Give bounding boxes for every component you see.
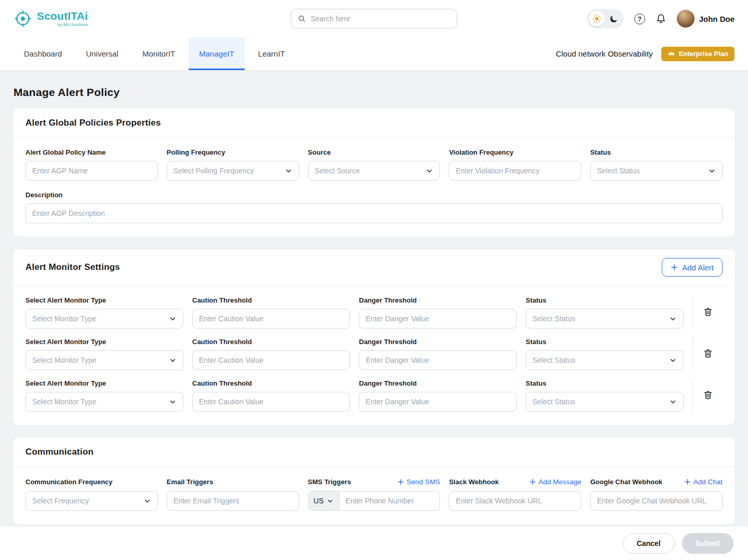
- monitor-type-value: Select Monitor Type: [32, 315, 96, 323]
- source-select[interactable]: Select Source: [308, 161, 440, 181]
- caution-threshold-label: Caution Threshold: [192, 296, 350, 304]
- delete-row-button[interactable]: [703, 307, 713, 319]
- communication-title: Communication: [25, 447, 94, 457]
- row-status-label: Status: [526, 338, 684, 346]
- communication-frequency-select[interactable]: Select Frequency: [25, 491, 158, 511]
- help-icon: ?: [634, 13, 645, 24]
- gchat-webhook-field: Google Chat Webhook Add Chat: [590, 477, 723, 511]
- danger-threshold-input[interactable]: [366, 315, 510, 323]
- status-field: Status Select Status: [590, 148, 723, 181]
- theme-toggle[interactable]: [587, 9, 624, 29]
- policy-name-input[interactable]: [32, 167, 151, 175]
- submit-button[interactable]: Submit: [682, 533, 733, 554]
- monitor-settings-card: Alert Monitor Settings Add Alert Select …: [12, 249, 736, 426]
- violation-frequency-field: Violation Frequency: [449, 148, 581, 181]
- nav-right: Cloud network Observability Enterprise P…: [556, 37, 734, 70]
- row-actions: [692, 338, 723, 370]
- violation-frequency-input[interactable]: [456, 167, 575, 175]
- caution-threshold-control: [192, 392, 350, 412]
- dark-mode-button[interactable]: [606, 11, 622, 26]
- status-label: Status: [590, 148, 723, 156]
- violation-frequency-control: [449, 161, 581, 181]
- monitor-type-field: Select Alert Monitor Type Select Monitor…: [25, 296, 183, 329]
- description-input[interactable]: [32, 209, 716, 217]
- communication-card: Communication Communication Frequency Se…: [12, 437, 736, 525]
- row-status-value: Select Status: [532, 356, 576, 364]
- monitor-type-select[interactable]: Select Monitor Type: [25, 350, 183, 370]
- email-triggers-input[interactable]: [173, 497, 292, 505]
- gchat-webhook-head: Google Chat Webhook Add Chat: [590, 477, 723, 486]
- row-status-select[interactable]: Select Status: [526, 392, 684, 412]
- sms-triggers-head: SMS Triggers Send SMS: [308, 477, 440, 486]
- caution-threshold-control: [192, 350, 350, 370]
- monitor-type-select[interactable]: Select Monitor Type: [25, 309, 183, 329]
- plan-badge-label: Enterprise Plan: [679, 50, 728, 58]
- row-status-value: Select Status: [532, 315, 576, 323]
- communication-frequency-field: Communication Frequency Select Frequency: [25, 477, 158, 511]
- add-alert-label: Add Alert: [682, 263, 714, 272]
- danger-threshold-input[interactable]: [366, 356, 510, 364]
- global-policies-header: Alert Global Policies Properties: [13, 108, 735, 138]
- user-menu[interactable]: John Doe: [677, 10, 734, 28]
- notifications-button[interactable]: [656, 13, 666, 24]
- tab-monitorit[interactable]: MonitorIT: [132, 37, 185, 70]
- polling-frequency-select[interactable]: Select Polling Frequency: [167, 161, 299, 181]
- caution-threshold-label: Caution Threshold: [192, 338, 350, 346]
- email-triggers-field: Email Triggers: [167, 477, 299, 511]
- monitor-row: Select Alert Monitor Type Select Monitor…: [25, 379, 723, 412]
- delete-row-button[interactable]: [703, 390, 713, 402]
- monitor-type-label: Select Alert Monitor Type: [25, 379, 183, 387]
- tab-universal[interactable]: Universal: [75, 37, 129, 70]
- source-field: Source Select Source: [308, 148, 440, 181]
- chevron-down-icon: [143, 497, 151, 505]
- add-chat-link[interactable]: Add Chat: [684, 478, 723, 486]
- slack-webhook-field: Slack Webhook Add Message: [449, 477, 581, 511]
- global-policies-title: Alert Global Policies Properties: [25, 118, 161, 128]
- caution-threshold-input[interactable]: [199, 315, 343, 323]
- row-status-field: Status Select Status: [526, 338, 684, 370]
- tab-learnit[interactable]: LearnIT: [248, 37, 296, 70]
- danger-threshold-label: Danger Threshold: [359, 338, 517, 346]
- description-label: Description: [25, 191, 723, 199]
- danger-threshold-input[interactable]: [366, 398, 510, 406]
- danger-threshold-control: [359, 392, 517, 412]
- cancel-button[interactable]: Cancel: [623, 533, 675, 554]
- chevron-down-icon: [669, 398, 677, 406]
- row-actions: [692, 379, 723, 412]
- slack-webhook-input[interactable]: [456, 497, 575, 505]
- send-sms-link[interactable]: Send SMS: [397, 478, 440, 486]
- monitor-settings-header: Alert Monitor Settings Add Alert: [13, 249, 735, 286]
- slack-webhook-control: [449, 491, 581, 511]
- row-status-select[interactable]: Select Status: [526, 309, 684, 329]
- row-status-label: Status: [526, 379, 684, 387]
- policy-name-field: Alert Global Policy Name: [25, 148, 158, 181]
- trash-icon: [703, 307, 713, 317]
- monitor-type-select[interactable]: Select Monitor Type: [25, 392, 183, 412]
- tab-dashboard[interactable]: Dashboard: [14, 37, 72, 70]
- global-search[interactable]: [291, 9, 457, 29]
- row-status-label: Status: [526, 296, 684, 304]
- tab-manageit[interactable]: ManageIT: [189, 37, 245, 70]
- brand-logo[interactable]: ScoutITAi by A&I Solutions: [14, 9, 88, 28]
- monitor-type-label: Select Alert Monitor Type: [25, 338, 183, 346]
- status-select[interactable]: Select Status: [590, 161, 723, 181]
- caution-threshold-input[interactable]: [199, 356, 343, 364]
- plan-badge[interactable]: Enterprise Plan: [661, 47, 734, 61]
- gchat-webhook-input[interactable]: [597, 497, 716, 505]
- add-message-link[interactable]: Add Message: [529, 478, 582, 486]
- delete-row-button[interactable]: [703, 348, 713, 360]
- add-alert-button[interactable]: Add Alert: [662, 258, 723, 277]
- danger-threshold-label: Danger Threshold: [359, 379, 517, 387]
- plus-icon: [671, 264, 678, 271]
- send-sms-label: Send SMS: [407, 478, 440, 486]
- row-status-select[interactable]: Select Status: [526, 350, 684, 370]
- violation-frequency-label: Violation Frequency: [449, 148, 581, 156]
- chevron-down-icon: [327, 498, 333, 504]
- search-input[interactable]: [311, 15, 450, 23]
- caution-threshold-input[interactable]: [199, 398, 343, 406]
- help-button[interactable]: ?: [634, 13, 645, 24]
- slack-webhook-label: Slack Webhook: [449, 478, 499, 486]
- country-code-select[interactable]: US: [309, 491, 339, 510]
- light-mode-button[interactable]: [589, 11, 605, 26]
- phone-number-input[interactable]: [339, 497, 439, 505]
